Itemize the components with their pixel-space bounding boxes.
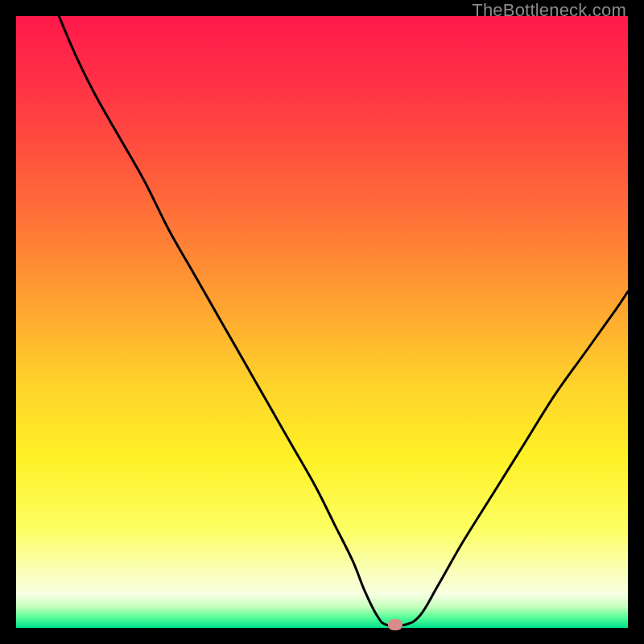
optimum-marker: [388, 619, 402, 630]
bottleneck-curve: [16, 16, 628, 628]
chart-frame: [16, 16, 628, 628]
watermark-label: TheBottleneck.com: [472, 0, 626, 21]
